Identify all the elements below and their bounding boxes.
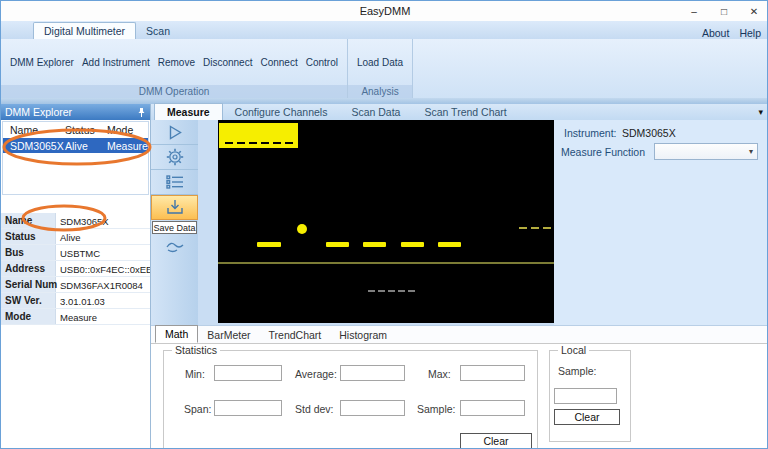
prop-label: Status	[1, 229, 56, 244]
prop-row-serial: Serial Num SDM36FAX1R0084	[1, 277, 150, 293]
sample-field[interactable]	[460, 400, 525, 416]
add-instrument-button[interactable]: Add Instrument	[82, 57, 150, 68]
control-button[interactable]: Control	[306, 57, 338, 68]
statistics-clear-button[interactable]: Clear	[460, 433, 532, 449]
save-data-tooltip: Save Data	[152, 221, 197, 234]
sample-label: Sample:	[417, 403, 456, 415]
list-icon	[166, 175, 184, 189]
prop-value: USBTMC	[56, 245, 150, 260]
local-clear-button[interactable]: Clear	[554, 409, 620, 425]
prop-row-status: Status Alive	[1, 229, 150, 245]
col-status: Status	[65, 124, 107, 136]
display-divider	[218, 262, 554, 264]
prop-label: Mode	[1, 309, 56, 324]
instrument-info-panel: Instrument: SDM3065X Measure Function ▾	[554, 120, 768, 325]
main-area: Measure Configure Channels Scan Data Sca…	[151, 104, 768, 449]
table-row-sdm3065x[interactable]: SDM3065X Alive Measure	[3, 138, 148, 153]
tab-scan-data[interactable]: Scan Data	[339, 104, 412, 120]
help-links: About Help	[702, 27, 768, 39]
save-data-icon	[166, 199, 184, 216]
minimize-icon[interactable]: –	[679, 1, 709, 21]
dmm-explorer-button[interactable]: DMM Explorer	[10, 57, 74, 68]
connect-button[interactable]: Connect	[260, 57, 297, 68]
settings-button[interactable]	[151, 145, 198, 170]
statistics-title: Statistics	[172, 344, 220, 356]
instrument-label: Instrument:	[564, 127, 617, 139]
dmm-explorer-panel: DMM Explorer Name Status Mode SDM3065X A…	[1, 104, 151, 449]
instrument-table: Name Status Mode SDM3065X Alive Measure	[2, 121, 149, 195]
measure-content: Save Data	[151, 120, 768, 325]
run-button[interactable]	[151, 120, 198, 145]
title-bar: EasyDMM – □ ✕	[1, 1, 768, 21]
stddev-field[interactable]	[340, 400, 405, 416]
play-icon	[167, 125, 183, 140]
window-title: EasyDMM	[1, 5, 768, 17]
prop-row-swver: SW Ver. 3.01.01.03	[1, 293, 150, 309]
tab-scan-trend-chart[interactable]: Scan Trend Chart	[412, 104, 518, 120]
instrument-name: SDM3065X	[3, 140, 65, 152]
prop-row-name: Name SDM3065X	[1, 213, 150, 229]
dmm-explorer-panel-header: DMM Explorer	[1, 104, 150, 120]
prop-value: SDM3065X	[56, 213, 150, 228]
close-icon[interactable]: ✕	[739, 1, 768, 21]
disconnect-button[interactable]: Disconnect	[203, 57, 252, 68]
col-name: Name	[3, 124, 65, 136]
dmm-explorer-panel-title: DMM Explorer	[5, 106, 72, 118]
chevron-down-icon: ▾	[749, 147, 753, 156]
ribbon-tab-bar: Digital Multimeter Scan About Help	[1, 21, 768, 39]
prop-value: Alive	[56, 229, 150, 244]
gear-icon	[166, 148, 184, 166]
prop-label: Address	[1, 261, 56, 276]
instrument-value: SDM3065X	[622, 127, 676, 139]
maximize-icon[interactable]: □	[709, 1, 739, 21]
tab-barmeter[interactable]: BarMeter	[198, 327, 259, 343]
local-title: Local	[558, 344, 589, 356]
local-sample-field[interactable]	[554, 388, 617, 404]
tab-configure-channels[interactable]: Configure Channels	[223, 104, 340, 120]
document-tab-bar: Measure Configure Channels Scan Data Sca…	[151, 104, 768, 120]
max-label: Max:	[428, 368, 451, 380]
group-dmm-operation: DMM Explorer Add Instrument Remove Disco…	[1, 39, 348, 98]
window-controls: – □ ✕	[679, 1, 768, 21]
load-data-button[interactable]: Load Data	[357, 57, 403, 68]
help-link[interactable]: Help	[739, 27, 761, 39]
prop-label: SW Ver.	[1, 293, 56, 308]
prop-value: USB0::0xF4EC::0xEE38::...	[56, 261, 150, 276]
group-label-analysis: Analysis	[348, 85, 412, 98]
average-label: Average:	[295, 368, 337, 380]
easydmm-window: EasyDMM – □ ✕ Digital Multimeter Scan Ab…	[0, 0, 768, 449]
tab-measure[interactable]: Measure	[154, 103, 223, 120]
prop-row-bus: Bus USBTMC	[1, 245, 150, 261]
col-mode: Mode	[107, 124, 147, 136]
tab-math[interactable]: Math	[155, 325, 198, 343]
instrument-table-header: Name Status Mode	[3, 122, 148, 138]
about-link[interactable]: About	[702, 27, 729, 39]
prop-value: SDM36FAX1R0084	[56, 277, 150, 292]
span-label: Span:	[184, 403, 211, 415]
dmm-display	[218, 120, 554, 323]
display-range-indicator	[219, 123, 298, 148]
span-field[interactable]	[214, 400, 282, 416]
pin-icon[interactable]	[137, 107, 146, 118]
tab-digital-multimeter[interactable]: Digital Multimeter	[33, 22, 136, 39]
measure-function-dropdown[interactable]: ▾	[654, 143, 758, 160]
tab-trendchart[interactable]: TrendChart	[260, 327, 331, 343]
min-field[interactable]	[214, 365, 282, 381]
remove-button[interactable]: Remove	[158, 57, 195, 68]
save-data-button[interactable]	[151, 195, 198, 220]
max-field[interactable]	[460, 365, 525, 381]
prop-row-mode: Mode Measure	[1, 309, 150, 325]
list-button[interactable]	[151, 170, 198, 195]
tab-histogram[interactable]: Histogram	[330, 327, 396, 343]
prop-value: Measure	[56, 309, 150, 324]
tabbar-caret-icon[interactable]: ▾	[758, 107, 763, 117]
statistics-groupbox: Statistics Min: Average: Max: Span: Std …	[163, 350, 538, 449]
average-field[interactable]	[340, 365, 405, 381]
prop-label: Serial Num	[1, 277, 56, 292]
stddev-label: Std dev:	[295, 403, 334, 415]
group-analysis: Load Data Analysis	[348, 39, 413, 98]
display-unit	[519, 227, 551, 229]
property-grid: Name SDM3065X Status Alive Bus USBTMC Ad…	[1, 213, 150, 325]
handshake-button[interactable]	[151, 234, 198, 260]
tab-scan[interactable]: Scan	[136, 23, 180, 39]
